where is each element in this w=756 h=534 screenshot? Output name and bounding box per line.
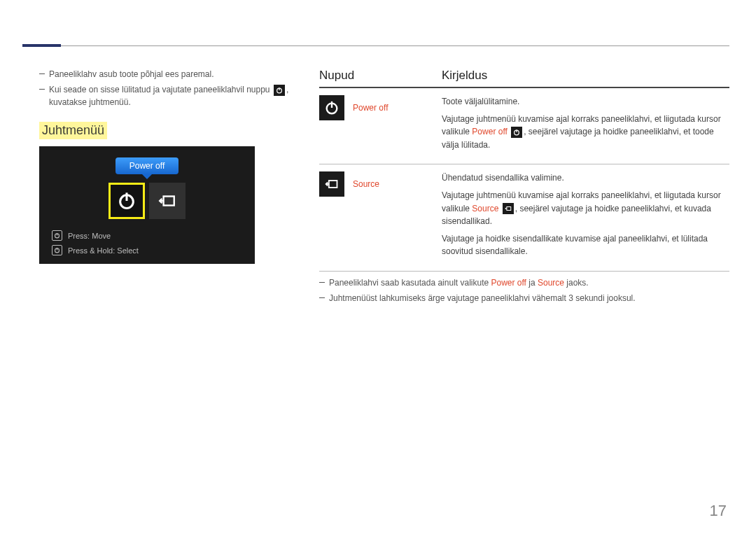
source-icon — [319, 171, 344, 197]
txt: ja — [526, 278, 538, 288]
header-accent — [22, 44, 61, 47]
power-off-label: Power off — [353, 103, 388, 113]
note-text: Paneeliklahv asub toote põhjal ees parem… — [49, 69, 214, 79]
desc-line: Vajutage juhtmenüü kuvamise ajal korraks… — [442, 189, 729, 228]
txt: Paneeliklahvi saab kasutada ainult valik… — [329, 278, 491, 288]
intro-note-1: Paneeliklahv asub toote põhjal ees parem… — [39, 69, 300, 80]
press-hold-icon — [52, 245, 62, 255]
power-icon — [511, 127, 522, 138]
desc-line: Vajutage juhtmenüü kuvamise ajal korraks… — [442, 113, 729, 152]
page-number: 17 — [710, 502, 727, 520]
cell-button: Source — [319, 171, 442, 197]
footnote-2: Juhtmenüüst lahkumiseks ärge vajutage pa… — [319, 293, 729, 304]
source-button[interactable] — [149, 183, 186, 219]
header-kirjeldus: Kirjeldus — [442, 69, 729, 83]
power-off-button[interactable] — [108, 183, 145, 219]
hint-press-hold: Press & Hold: Select — [52, 245, 255, 255]
source-label: Source — [353, 179, 379, 189]
svg-rect-4 — [164, 197, 174, 206]
section-title: Juhtmenüü — [39, 122, 107, 139]
svg-rect-14 — [507, 207, 511, 211]
menu-panel: Power off Press: Move Press & Hold: Sele… — [39, 146, 255, 264]
hint-block: Press: Move Press & Hold: Select — [39, 230, 255, 255]
header-nupud: Nupud — [319, 69, 442, 83]
hint-text: Press: Move — [68, 232, 111, 240]
cell-description: Ühendatud sisendallika valimine. Vajutag… — [442, 171, 729, 262]
power-icon — [319, 95, 344, 120]
txt: Juhtmenüüst lahkumiseks ärge vajutage pa… — [329, 293, 636, 303]
note-text-a: Kui seade on sisse lülitatud ja vajutate… — [49, 85, 270, 94]
intro-note-2: Kui seade on sisse lülitatud ja vajutate… — [39, 84, 300, 108]
txt: jaoks. — [564, 278, 589, 288]
press-icon — [52, 230, 62, 241]
table-header: Nupud Kirjeldus — [319, 69, 729, 88]
menu-button-row — [39, 183, 255, 219]
source-icon — [503, 203, 514, 214]
txt-red: Power off — [491, 278, 526, 288]
txt-red: Source — [538, 278, 564, 288]
footnote-1: Paneeliklahvi saab kasutada ainult valik… — [319, 277, 729, 289]
power-icon — [274, 85, 285, 96]
desc-line: Ühendatud sisendallika valimine. — [442, 171, 729, 185]
hint-press-move: Press: Move — [52, 230, 255, 241]
hint-text: Press & Hold: Select — [68, 246, 139, 255]
left-column: Paneeliklahv asub toote põhjal ees parem… — [39, 69, 300, 264]
right-column: Nupud Kirjeldus Power off Toote väljalül… — [319, 69, 729, 309]
header-divider — [22, 45, 729, 46]
footnotes: Paneeliklahvi saab kasutada ainult valik… — [319, 277, 729, 305]
cell-description: Toote väljalülitamine. Vajutage juhtmenü… — [442, 95, 729, 155]
svg-rect-13 — [329, 181, 337, 188]
desc-line: Vajutage ja hoidke sisendallikate kuvami… — [442, 232, 729, 258]
power-off-label-bubble: Power off — [115, 157, 178, 174]
desc-line: Toote väljalülitamine. — [442, 95, 729, 108]
cell-button: Power off — [319, 95, 442, 120]
txt-red: Power off — [472, 127, 507, 136]
table-row-source: Source Ühendatud sisendallika valimine. … — [319, 164, 729, 272]
txt-red: Source — [472, 204, 498, 213]
table-row-power-off: Power off Toote väljalülitamine. Vajutag… — [319, 88, 729, 164]
